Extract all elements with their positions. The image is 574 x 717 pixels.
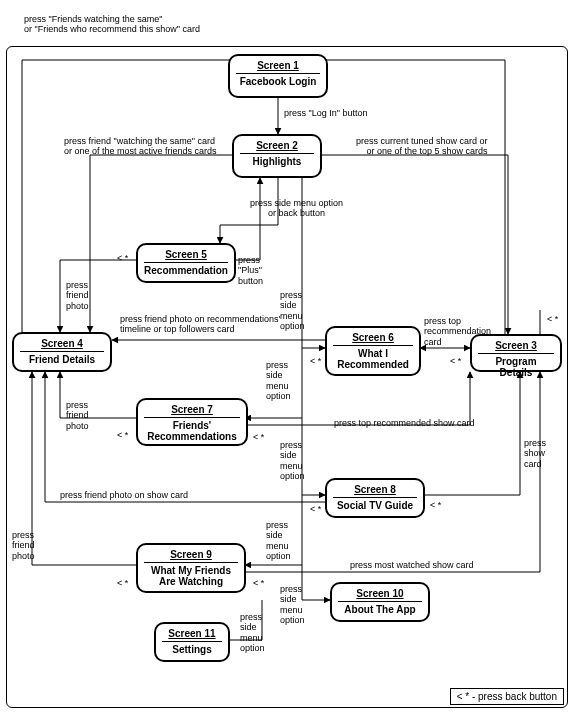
label-tuned-top5: press current tuned show card or or one … [356, 136, 488, 157]
label-friend-photo-c: press friend photo [12, 530, 35, 561]
label-top-friends-cards: press "Friends watching the same" or "Fr… [24, 14, 200, 35]
screen-4-body: Friend Details [20, 354, 104, 365]
back-marker-8: < * [253, 578, 264, 588]
screen-7-body: Friends' Recommendations [144, 420, 240, 442]
screen-5-body: Recommendation [144, 265, 228, 276]
back-marker-9: < * [117, 430, 128, 440]
screen-9: Screen 9 What My Friends Are Watching [136, 543, 246, 593]
label-watching-active: press friend "watching the same" card or… [64, 136, 217, 157]
screen-9-body: What My Friends Are Watching [144, 565, 238, 587]
screen-8-title: Screen 8 [333, 484, 417, 495]
screen-11-title: Screen 11 [162, 628, 222, 639]
legend: < * - press back button [450, 688, 564, 705]
screen-2: Screen 2 Highlights [232, 134, 322, 178]
screen-4-title: Screen 4 [20, 338, 104, 349]
label-top-rec-show: press top recommended show card [334, 418, 475, 428]
screen-11: Screen 11 Settings [154, 622, 230, 662]
screen-1: Screen 1 Facebook Login [228, 54, 328, 98]
screen-5: Screen 5 Recommendation [136, 243, 236, 283]
screen-2-body: Highlights [240, 156, 314, 167]
screen-8: Screen 8 Social TV Guide [325, 478, 425, 518]
back-marker-5: < * [253, 432, 264, 442]
screen-1-title: Screen 1 [236, 60, 320, 71]
diagram-canvas: Screen 1 Facebook Login Screen 2 Highlig… [0, 0, 574, 717]
screen-6: Screen 6 What I Recommended [325, 326, 421, 376]
label-most-watched: press most watched show card [350, 560, 474, 570]
label-top-rec-card: press top recommendation card [424, 316, 491, 347]
label-side-or-back: press side menu option or back button [250, 198, 343, 219]
label-friend-photo-a: press friend photo [66, 280, 89, 311]
label-side-opt-b: press side menu option [266, 360, 291, 401]
back-marker-3: < * [450, 356, 461, 366]
label-friend-photo-b: press friend photo [66, 400, 89, 431]
screen-6-title: Screen 6 [333, 332, 413, 343]
back-marker-2: < * [310, 356, 321, 366]
screen-6-body: What I Recommended [333, 348, 413, 370]
screen-1-body: Facebook Login [236, 76, 320, 87]
screen-10-body: About The App [338, 604, 422, 615]
screen-7: Screen 7 Friends' Recommendations [136, 398, 248, 446]
screen-8-body: Social TV Guide [333, 500, 417, 511]
screen-2-title: Screen 2 [240, 140, 314, 151]
label-side-opt-d: press side menu option [266, 520, 291, 561]
label-show-card: press show card [524, 438, 546, 469]
label-side-opt-a: press side menu option [280, 290, 305, 331]
label-friend-show: press friend photo on show card [60, 490, 188, 500]
back-marker-6: < * [430, 500, 441, 510]
screen-7-title: Screen 7 [144, 404, 240, 415]
label-login: press "Log In" button [284, 108, 367, 118]
back-marker-7: < * [310, 504, 321, 514]
label-friend-timeline: press friend photo on recommendations' t… [120, 314, 280, 335]
label-plus: press "Plus" button [238, 255, 263, 286]
screen-10-title: Screen 10 [338, 588, 422, 599]
screen-9-title: Screen 9 [144, 549, 238, 560]
label-side-opt-f: press side menu option [240, 612, 265, 653]
label-side-opt-e: press side menu option [280, 584, 305, 625]
screen-11-body: Settings [162, 644, 222, 655]
screen-10: Screen 10 About The App [330, 582, 430, 622]
back-marker-4: < * [547, 314, 558, 324]
back-marker-10: < * [117, 578, 128, 588]
screen-5-title: Screen 5 [144, 249, 228, 260]
screen-3-body: Program Details [478, 356, 554, 378]
screen-4: Screen 4 Friend Details [12, 332, 112, 372]
label-side-opt-c: press side menu option [280, 440, 305, 481]
back-marker-1: < * [117, 253, 128, 263]
